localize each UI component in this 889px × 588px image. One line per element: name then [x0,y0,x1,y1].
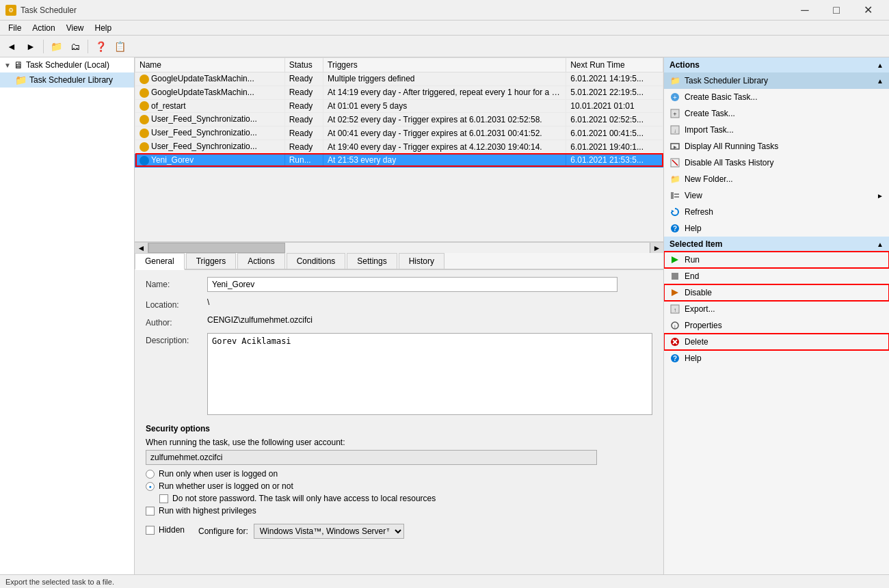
action-create-basic-label: Create Basic Task... [685,92,758,102]
location-label: Location: [146,297,207,310]
run-highest-checkbox[interactable] [146,507,155,516]
scroll-thumb[interactable] [148,243,285,253]
svg-marker-18 [672,289,678,296]
menu-help[interactable]: Help [90,22,118,34]
menu-bar: File Action View Help [0,21,889,36]
radio-logged-on-only[interactable]: Run only when user is logged on [146,469,652,479]
folder-icon: 📁 [669,75,680,86]
action-display-running[interactable]: ▶ Display All Running Tasks [664,138,889,155]
name-input[interactable] [207,277,618,292]
content-area: Name Status Triggers Next Run Time Googl… [135,57,663,574]
toolbar-forward[interactable]: ► [22,38,40,55]
toolbar: ◄ ► 📁 🗂 ❓ 📋 [0,36,889,57]
action-view[interactable]: View ► [664,187,889,204]
action-disable-history[interactable]: Disable All Tasks History [664,155,889,171]
display-running-icon: ▶ [669,141,680,152]
table-row[interactable]: of_restart Ready At 01:01 every 5 days 1… [135,99,663,113]
radio-whether-logged-on[interactable]: Run whether user is logged on or not [146,481,652,491]
action-new-folder[interactable]: 📁 New Folder... [664,171,889,187]
actions-header-label: Actions [669,60,700,70]
hidden-row[interactable]: Hidden [146,525,185,535]
actions-collapse-icon[interactable]: ▲ [877,62,884,69]
window-title: Task Scheduler [21,5,77,15]
action-properties-label: Properties [685,321,722,330]
description-textarea[interactable]: Gorev Aciklamasi [207,333,652,415]
run-highest-row[interactable]: Run with highest privileges [146,506,652,516]
selected-item-collapse-icon[interactable]: ▲ [877,241,884,248]
selected-task-row[interactable]: Yeni_Gorev Run... At 21:53 every day 6.0… [135,153,663,167]
sidebar-computer-icon: 🖥 [14,59,23,70]
menu-view[interactable]: View [61,22,90,34]
action-create-basic-task[interactable]: + Create Basic Task... [664,89,889,105]
action-create-task[interactable]: + Create Task... [664,105,889,122]
tab-settings[interactable]: Settings [347,253,397,269]
tab-conditions[interactable]: Conditions [287,253,346,269]
checkbox-no-store-password[interactable]: Do not store password. The task will onl… [159,494,652,503]
action-create-task-label: Create Task... [685,109,735,118]
maximize-button[interactable]: □ [821,0,852,21]
toolbar-open[interactable]: 📁 [47,38,65,55]
task-table: Name Status Triggers Next Run Time Googl… [135,57,663,168]
toolbar-help[interactable]: ❓ [92,38,109,55]
svg-marker-13 [672,210,674,213]
action-help-library-label: Help [685,224,702,233]
task-next-run: 6.01.2021 21:53:5... [566,153,663,167]
action-end[interactable]: End [664,268,889,284]
menu-file[interactable]: File [3,22,27,34]
tab-history[interactable]: History [399,253,444,269]
scroll-right-btn[interactable]: ► [650,243,663,253]
close-button[interactable]: ✕ [852,0,884,21]
scroll-left-btn[interactable]: ◄ [135,243,148,253]
sidebar-item-local[interactable]: ▼ 🖥 Task Scheduler (Local) [0,57,134,72]
radio-logged-on-only-btn[interactable] [146,470,155,479]
table-row[interactable]: GoogleUpdateTaskMachin... Ready Multiple… [135,72,663,86]
general-tab-content: Name: Location: \ Author: CENGIZ\zulfume… [135,270,663,574]
tab-actions[interactable]: Actions [237,253,284,269]
action-properties[interactable]: i Properties [664,317,889,334]
toolbar-back[interactable]: ◄ [3,38,21,55]
action-export-label: Export... [685,304,715,314]
action-help-selected-label: Help [685,353,702,363]
action-task-scheduler-library[interactable]: 📁 Task Scheduler Library ▲ [664,72,889,89]
tab-general[interactable]: General [135,253,185,270]
action-import-task[interactable]: ↓ Import Task... [664,122,889,138]
minimize-button[interactable]: ─ [789,0,821,21]
table-row[interactable]: User_Feed_Synchronizatio... Ready At 00:… [135,126,663,140]
table-row[interactable]: User_Feed_Synchronizatio... Ready At 02:… [135,113,663,126]
task-table-container: Name Status Triggers Next Run Time Googl… [135,57,663,242]
action-help-library[interactable]: ? Help [664,220,889,237]
toolbar-newwindow[interactable]: 🗂 [66,38,84,55]
sidebar-item-library[interactable]: 📁 Task Scheduler Library [0,72,134,88]
import-icon: ↓ [669,124,680,135]
svg-text:▶: ▶ [674,145,677,149]
horizontal-scrollbar[interactable]: ◄ ► [135,242,663,253]
action-run[interactable]: Run [664,252,889,268]
tab-triggers[interactable]: Triggers [186,253,237,269]
task-name: User_Feed_Synchronizatio... [135,113,285,126]
hidden-checkbox[interactable] [146,526,155,535]
table-row[interactable]: GoogleUpdateTaskMachin... Ready At 14:19… [135,85,663,99]
menu-action[interactable]: Action [27,22,60,34]
toolbar-properties[interactable]: 📋 [111,38,129,55]
name-label: Name: [146,277,207,289]
configure-select[interactable]: Windows Vista™, Windows Server™ 2008 [254,524,404,539]
table-row[interactable]: User_Feed_Synchronizatio... Ready At 19:… [135,140,663,154]
action-export[interactable]: ↑ Export... [664,301,889,317]
radio-logged-on-only-label: Run only when user is logged on [159,469,278,479]
checkbox-no-store-password-box[interactable] [159,494,168,503]
library-arrow: ▲ [877,77,884,85]
action-disable[interactable]: Disable [664,284,889,301]
action-delete[interactable]: Delete [664,334,889,350]
action-disable-label: Disable [685,288,712,297]
task-name: User_Feed_Synchronizatio... [135,140,285,154]
action-refresh[interactable]: Refresh [664,204,889,220]
task-next-run: 6.01.2021 19:40:1... [566,140,663,154]
bottom-panel: General Triggers Actions Conditions Sett… [135,253,663,574]
end-icon [669,271,680,282]
task-trigger: At 14:19 every day - After triggered, re… [323,85,566,99]
action-help-selected[interactable]: ? Help [664,350,889,366]
app-icon: ⚙ [5,5,16,16]
task-name: Yeni_Gorev [135,153,285,167]
radio-whether-logged-on-btn[interactable] [146,482,155,491]
svg-text:?: ? [673,225,677,232]
